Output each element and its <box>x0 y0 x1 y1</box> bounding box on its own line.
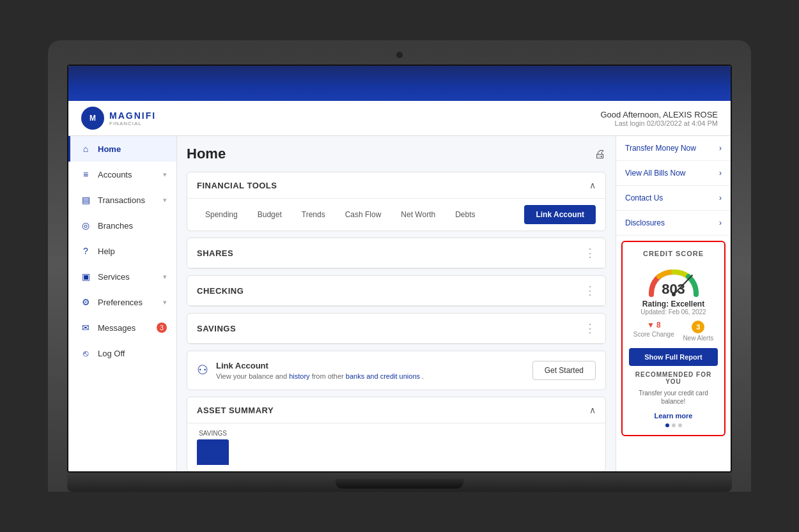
score-down-icon: ▼ <box>647 321 655 330</box>
preferences-icon: ⚙ <box>80 296 91 308</box>
credit-score-number: 803 <box>662 281 685 298</box>
logo-area: M MAGNIFI FINANCIAL <box>81 107 156 130</box>
services-icon: ▣ <box>80 271 91 282</box>
savings-bar-fill <box>197 439 229 465</box>
page-header: Home 🖨 <box>187 146 606 162</box>
savings-bar: SAVINGS <box>197 430 229 465</box>
savings-bar-label: SAVINGS <box>199 430 227 437</box>
financial-tools-tabs: Spending Budget Trends Cash Flow Net Wor… <box>187 199 605 231</box>
financial-tools-header: FINANCIAL TOOLS ∧ <box>187 172 605 199</box>
asset-summary-chevron-icon[interactable]: ∧ <box>589 405 596 415</box>
sidebar-item-branches[interactable]: ◎ Branches <box>68 213 176 238</box>
link-text: Link Account View your balance and histo… <box>216 361 424 380</box>
sidebar-item-preferences[interactable]: ⚙ Preferences ▾ <box>68 289 176 315</box>
sidebar-item-home[interactable]: ⌂ Home <box>68 136 176 162</box>
bills-arrow-icon: › <box>719 169 722 178</box>
right-panel-contact[interactable]: Contact Us › <box>616 186 731 211</box>
link-desc-end: . <box>422 372 424 380</box>
link-account-desc: View your balance and history from other… <box>216 372 424 380</box>
sidebar: ⌂ Home ≡ Accounts ▾ ▤ Transactions ▾ ◎ <box>68 136 177 471</box>
transactions-icon: ▤ <box>80 194 91 206</box>
sidebar-item-messages[interactable]: ✉ Messages 3 <box>68 315 176 340</box>
new-alerts-value: 3 <box>683 321 713 333</box>
checking-menu-icon[interactable]: ⋮ <box>584 284 596 298</box>
tab-trends[interactable]: Trends <box>293 206 334 223</box>
savings-header: SAVINGS ⋮ <box>187 314 605 344</box>
get-started-button[interactable]: Get Started <box>532 361 596 380</box>
sidebar-item-logoff[interactable]: ⎋ Log Off <box>68 340 176 366</box>
shares-menu-icon[interactable]: ⋮ <box>584 246 596 260</box>
savings-title: SAVINGS <box>197 324 236 333</box>
carousel-dots <box>629 423 718 427</box>
greeting-main: Good Afternoon, ALEXIS ROSE <box>600 110 718 119</box>
messages-badge: 3 <box>157 323 167 333</box>
link-account-button[interactable]: Link Account <box>524 205 596 224</box>
logo-main: MAGNIFI <box>109 110 156 121</box>
credit-score-card: CREDIT SCORE <box>621 241 725 436</box>
tab-cashflow[interactable]: Cash Flow <box>337 206 390 223</box>
page-title: Home <box>187 146 226 162</box>
financial-tools-chevron-icon[interactable]: ∧ <box>589 180 596 190</box>
tab-spending[interactable]: Spending <box>197 206 246 223</box>
laptop-screen: M MAGNIFI FINANCIAL Good Afternoon, ALEX… <box>67 65 732 473</box>
new-alerts-stat: 3 New Alerts <box>683 321 713 342</box>
sidebar-label-preferences: Preferences <box>98 298 143 307</box>
gauge-container: 803 <box>645 262 702 294</box>
dot-2 <box>672 423 676 427</box>
link-desc-banks[interactable]: banks and credit unions <box>346 372 420 380</box>
browser-top <box>68 66 731 101</box>
print-icon[interactable]: 🖨 <box>594 148 606 161</box>
logo-sub: FINANCIAL <box>109 121 156 126</box>
accounts-arrow-icon: ▾ <box>163 171 167 179</box>
right-panel-disclosures[interactable]: Disclosures › <box>616 211 731 236</box>
main-content: Home 🖨 FINANCIAL TOOLS ∧ Spending Budget… <box>177 136 616 471</box>
preferences-arrow-icon: ▾ <box>163 298 167 307</box>
link-desc-plain: View your balance and <box>216 372 289 380</box>
right-panel-bills[interactable]: View All Bills Now › <box>616 161 731 186</box>
messages-icon: ✉ <box>80 322 91 333</box>
transfer-arrow-icon: › <box>719 144 722 153</box>
sidebar-item-transactions[interactable]: ▤ Transactions ▾ <box>68 187 176 213</box>
checking-title: CHECKING <box>197 286 244 296</box>
services-arrow-icon: ▾ <box>163 273 167 281</box>
dot-1 <box>665 423 669 427</box>
show-full-report-button[interactable]: Show Full Report <box>629 348 718 366</box>
score-change-label: Score Change <box>633 331 674 338</box>
link-desc-history[interactable]: history <box>289 372 309 380</box>
sidebar-label-messages: Messages <box>98 323 136 333</box>
credit-rating: Rating: Excellent <box>629 300 718 308</box>
credit-stats: ▼ 8 Score Change 3 New Alerts <box>629 321 718 342</box>
sidebar-label-transactions: Transactions <box>98 195 145 205</box>
app-body: ⌂ Home ≡ Accounts ▾ ▤ Transactions ▾ ◎ <box>68 136 731 471</box>
savings-card: SAVINGS ⋮ <box>187 313 606 344</box>
transactions-arrow-icon: ▾ <box>163 196 167 204</box>
checking-header: CHECKING ⋮ <box>187 276 605 306</box>
right-panel-transfer[interactable]: Transfer Money Now › <box>616 136 731 161</box>
sidebar-label-accounts: Accounts <box>98 170 132 179</box>
logo-text: MAGNIFI FINANCIAL <box>109 110 156 126</box>
link-icon: ⚇ <box>197 362 208 377</box>
right-panel: Transfer Money Now › View All Bills Now … <box>616 136 731 471</box>
financial-tools-title: FINANCIAL TOOLS <box>197 181 277 190</box>
shares-card: SHARES ⋮ <box>187 238 606 269</box>
laptop-stand <box>336 479 463 489</box>
learn-more-link[interactable]: Learn more <box>655 412 693 420</box>
right-panel-contact-label: Contact Us <box>625 194 663 202</box>
tab-debts[interactable]: Debts <box>447 206 483 223</box>
tab-budget[interactable]: Budget <box>249 206 290 223</box>
sidebar-item-accounts[interactable]: ≡ Accounts ▾ <box>68 162 176 187</box>
sidebar-label-home: Home <box>98 144 121 154</box>
new-alerts-label: New Alerts <box>683 335 713 342</box>
sidebar-item-services[interactable]: ▣ Services ▾ <box>68 264 176 289</box>
score-change-value: ▼ 8 <box>633 321 674 330</box>
tab-networth[interactable]: Net Worth <box>392 206 444 223</box>
savings-menu-icon[interactable]: ⋮ <box>584 321 596 335</box>
sidebar-item-help[interactable]: ? Help <box>68 238 176 264</box>
logoff-icon: ⎋ <box>80 347 91 359</box>
score-change-stat: ▼ 8 Score Change <box>633 321 674 342</box>
home-icon: ⌂ <box>80 143 91 155</box>
shares-title: SHARES <box>197 248 233 258</box>
contact-arrow-icon: › <box>719 194 722 202</box>
accounts-icon: ≡ <box>80 169 91 180</box>
link-info: ⚇ Link Account View your balance and his… <box>197 361 424 380</box>
